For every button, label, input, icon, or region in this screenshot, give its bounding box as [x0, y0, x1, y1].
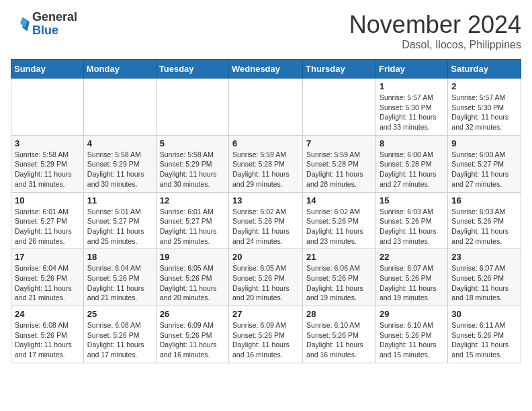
calendar-cell: 2Sunrise: 5:57 AM Sunset: 5:30 PM Daylig…	[448, 79, 521, 136]
day-number: 5	[160, 138, 225, 148]
calendar-cell	[229, 79, 303, 136]
weekday-header-thursday: Thursday	[303, 60, 376, 79]
day-number: 29	[380, 309, 444, 319]
calendar-cell: 6Sunrise: 5:59 AM Sunset: 5:28 PM Daylig…	[229, 135, 303, 192]
day-number: 12	[160, 195, 225, 205]
calendar-cell: 16Sunrise: 6:03 AM Sunset: 5:26 PM Dayli…	[448, 192, 521, 249]
day-info: Sunrise: 6:04 AM Sunset: 5:26 PM Dayligh…	[15, 263, 80, 303]
weekday-header-tuesday: Tuesday	[156, 60, 228, 79]
day-info: Sunrise: 6:10 AM Sunset: 5:26 PM Dayligh…	[306, 320, 372, 360]
calendar-cell: 10Sunrise: 6:01 AM Sunset: 5:27 PM Dayli…	[11, 192, 84, 249]
day-number: 30	[451, 309, 517, 319]
day-number: 19	[160, 252, 225, 262]
day-info: Sunrise: 5:59 AM Sunset: 5:28 PM Dayligh…	[232, 150, 299, 189]
calendar-cell: 18Sunrise: 6:04 AM Sunset: 5:26 PM Dayli…	[83, 249, 156, 306]
calendar-cell: 12Sunrise: 6:01 AM Sunset: 5:27 PM Dayli…	[156, 192, 228, 249]
calendar-cell: 8Sunrise: 6:00 AM Sunset: 5:28 PM Daylig…	[375, 135, 447, 192]
calendar-cell: 7Sunrise: 5:59 AM Sunset: 5:28 PM Daylig…	[303, 135, 376, 192]
logo: General Blue	[11, 11, 77, 38]
calendar-cell: 24Sunrise: 6:08 AM Sunset: 5:26 PM Dayli…	[11, 306, 84, 363]
day-number: 17	[15, 252, 80, 262]
day-number: 15	[380, 195, 444, 205]
calendar-table: SundayMondayTuesdayWednesdayThursdayFrid…	[11, 59, 521, 363]
calendar-cell: 5Sunrise: 5:58 AM Sunset: 5:29 PM Daylig…	[156, 135, 228, 192]
week-row-2: 3Sunrise: 5:58 AM Sunset: 5:29 PM Daylig…	[11, 135, 521, 192]
day-info: Sunrise: 6:09 AM Sunset: 5:26 PM Dayligh…	[160, 320, 225, 360]
calendar-cell: 29Sunrise: 6:10 AM Sunset: 5:26 PM Dayli…	[375, 306, 447, 363]
day-number: 16	[451, 195, 517, 205]
week-row-3: 10Sunrise: 6:01 AM Sunset: 5:27 PM Dayli…	[11, 192, 521, 249]
day-info: Sunrise: 6:08 AM Sunset: 5:26 PM Dayligh…	[87, 320, 152, 360]
logo-icon	[11, 15, 30, 34]
day-number: 7	[306, 138, 372, 148]
calendar-cell: 9Sunrise: 6:00 AM Sunset: 5:27 PM Daylig…	[448, 135, 521, 192]
day-number: 22	[380, 252, 444, 262]
day-number: 13	[232, 195, 299, 205]
day-number: 6	[232, 138, 299, 148]
day-info: Sunrise: 6:09 AM Sunset: 5:26 PM Dayligh…	[232, 320, 299, 360]
calendar-cell: 25Sunrise: 6:08 AM Sunset: 5:26 PM Dayli…	[83, 306, 156, 363]
calendar-cell: 19Sunrise: 6:05 AM Sunset: 5:26 PM Dayli…	[156, 249, 228, 306]
day-info: Sunrise: 6:01 AM Sunset: 5:27 PM Dayligh…	[15, 207, 80, 246]
title-block: November 2024 Dasol, Ilocos, Philippines	[349, 11, 521, 51]
day-info: Sunrise: 5:59 AM Sunset: 5:28 PM Dayligh…	[306, 150, 372, 189]
day-info: Sunrise: 6:01 AM Sunset: 5:27 PM Dayligh…	[87, 207, 152, 246]
calendar-cell: 17Sunrise: 6:04 AM Sunset: 5:26 PM Dayli…	[11, 249, 84, 306]
day-info: Sunrise: 5:57 AM Sunset: 5:30 PM Dayligh…	[451, 93, 517, 132]
day-number: 11	[87, 195, 152, 205]
day-number: 3	[15, 138, 80, 148]
day-number: 4	[87, 138, 152, 148]
day-info: Sunrise: 6:05 AM Sunset: 5:26 PM Dayligh…	[160, 263, 225, 303]
calendar-cell: 28Sunrise: 6:10 AM Sunset: 5:26 PM Dayli…	[303, 306, 376, 363]
day-number: 25	[87, 309, 152, 319]
day-number: 9	[451, 138, 517, 148]
day-info: Sunrise: 6:00 AM Sunset: 5:28 PM Dayligh…	[380, 150, 444, 189]
weekday-header-saturday: Saturday	[448, 60, 521, 79]
day-info: Sunrise: 6:02 AM Sunset: 5:26 PM Dayligh…	[232, 207, 299, 246]
calendar-cell: 21Sunrise: 6:06 AM Sunset: 5:26 PM Dayli…	[303, 249, 376, 306]
week-row-4: 17Sunrise: 6:04 AM Sunset: 5:26 PM Dayli…	[11, 249, 521, 306]
day-number: 26	[160, 309, 225, 319]
day-info: Sunrise: 5:58 AM Sunset: 5:29 PM Dayligh…	[15, 150, 80, 189]
day-info: Sunrise: 6:04 AM Sunset: 5:26 PM Dayligh…	[87, 263, 152, 303]
day-info: Sunrise: 5:58 AM Sunset: 5:29 PM Dayligh…	[87, 150, 152, 189]
day-info: Sunrise: 6:10 AM Sunset: 5:26 PM Dayligh…	[380, 320, 444, 360]
day-info: Sunrise: 6:03 AM Sunset: 5:26 PM Dayligh…	[380, 207, 444, 246]
week-row-1: 1Sunrise: 5:57 AM Sunset: 5:30 PM Daylig…	[11, 79, 521, 136]
calendar-cell: 15Sunrise: 6:03 AM Sunset: 5:26 PM Dayli…	[375, 192, 447, 249]
weekday-header-friday: Friday	[375, 60, 447, 79]
calendar-cell: 3Sunrise: 5:58 AM Sunset: 5:29 PM Daylig…	[11, 135, 84, 192]
day-info: Sunrise: 6:05 AM Sunset: 5:26 PM Dayligh…	[232, 263, 299, 303]
day-number: 27	[232, 309, 299, 319]
day-number: 20	[232, 252, 299, 262]
weekday-header-wednesday: Wednesday	[229, 60, 303, 79]
day-info: Sunrise: 6:07 AM Sunset: 5:26 PM Dayligh…	[380, 263, 444, 303]
day-number: 1	[380, 81, 444, 91]
day-number: 21	[306, 252, 372, 262]
calendar-cell: 26Sunrise: 6:09 AM Sunset: 5:26 PM Dayli…	[156, 306, 228, 363]
calendar-cell	[83, 79, 156, 136]
calendar-cell: 23Sunrise: 6:07 AM Sunset: 5:26 PM Dayli…	[448, 249, 521, 306]
day-number: 28	[306, 309, 372, 319]
day-number: 23	[451, 252, 517, 262]
calendar-cell: 13Sunrise: 6:02 AM Sunset: 5:26 PM Dayli…	[229, 192, 303, 249]
week-row-5: 24Sunrise: 6:08 AM Sunset: 5:26 PM Dayli…	[11, 306, 521, 363]
weekday-header-monday: Monday	[83, 60, 156, 79]
day-info: Sunrise: 6:06 AM Sunset: 5:26 PM Dayligh…	[306, 263, 372, 303]
logo-general-text: General	[32, 10, 77, 24]
day-number: 24	[15, 309, 80, 319]
calendar-cell: 27Sunrise: 6:09 AM Sunset: 5:26 PM Dayli…	[229, 306, 303, 363]
weekday-header-sunday: Sunday	[11, 60, 84, 79]
calendar-cell: 11Sunrise: 6:01 AM Sunset: 5:27 PM Dayli…	[83, 192, 156, 249]
day-info: Sunrise: 6:00 AM Sunset: 5:27 PM Dayligh…	[451, 150, 517, 189]
weekday-header-row: SundayMondayTuesdayWednesdayThursdayFrid…	[11, 60, 521, 79]
calendar-cell	[303, 79, 376, 136]
day-number: 8	[380, 138, 444, 148]
day-info: Sunrise: 6:02 AM Sunset: 5:26 PM Dayligh…	[306, 207, 372, 246]
day-number: 10	[15, 195, 80, 205]
day-number: 2	[451, 81, 517, 91]
calendar-cell: 20Sunrise: 6:05 AM Sunset: 5:26 PM Dayli…	[229, 249, 303, 306]
calendar-cell: 22Sunrise: 6:07 AM Sunset: 5:26 PM Dayli…	[375, 249, 447, 306]
logo-blue-text: Blue	[32, 24, 58, 37]
calendar-cell	[156, 79, 228, 136]
